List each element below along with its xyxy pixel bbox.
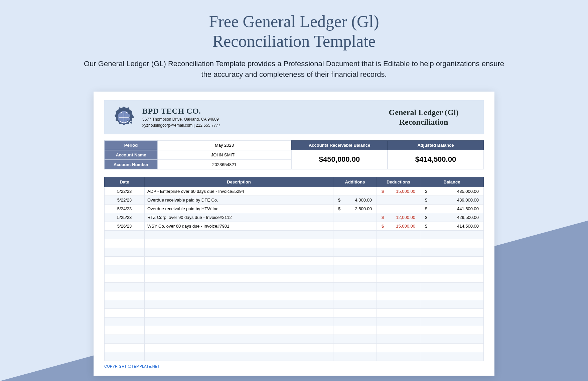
company-name: BPD TECH CO.	[142, 107, 370, 116]
header-additions: Additions	[333, 177, 377, 187]
account-number-label: Account Number	[104, 160, 158, 169]
account-number-value: 2023654821	[158, 160, 291, 169]
cell-balance: $414,500.00	[420, 222, 484, 230]
page-title-line1: Free General Ledger (Gl)	[209, 12, 379, 31]
ledger-title-line1: General Ledger (Gl)	[389, 108, 459, 117]
cell-date: 5/25/23	[105, 213, 145, 222]
table-row-empty	[105, 239, 484, 248]
cell-description: WSY Co. over 60 days due - Invoice#7901	[145, 222, 333, 230]
cell-description: Overdue receivable paid by DFE Co.	[145, 196, 333, 204]
cell-deductions: $15,000.00	[377, 187, 420, 196]
ar-balance-value: $450,000.00	[291, 150, 388, 169]
table-row-empty	[105, 282, 484, 291]
table-row-empty	[105, 308, 484, 317]
period-value: May 2023	[158, 140, 291, 150]
table-row: 5/22/23ADP - Enterprise over 60 days due…	[105, 187, 484, 196]
table-row-empty	[105, 343, 484, 352]
cell-additions	[333, 222, 377, 230]
account-name-value: JOHN SMITH	[158, 150, 291, 160]
cell-deductions	[377, 196, 420, 204]
summary-left: Period May 2023 Account Name JOHN SMITH …	[104, 140, 291, 169]
table-row-empty	[105, 291, 484, 300]
table-row-empty	[105, 317, 484, 326]
adjusted-balance-column: Adjusted Balance $414,500.00	[388, 140, 484, 169]
cell-date: 5/24/23	[105, 204, 145, 213]
page-subtitle: Our General Ledger (GL) Reconciliation T…	[80, 58, 508, 80]
cell-date: 5/22/23	[105, 187, 145, 196]
table-row: 5/22/23Overdue receivable paid by DFE Co…	[105, 196, 484, 204]
table-row: 5/24/23Overdue receivable paid by HTW In…	[105, 204, 484, 213]
page-title: Free General Ledger (Gl) Reconciliation …	[0, 0, 588, 51]
cell-description: Overdue receivable paid by HTW Inc.	[145, 204, 333, 213]
table-row-empty	[105, 265, 484, 274]
table-row-empty	[105, 256, 484, 265]
table-row: 5/25/23RTZ Corp. over 90 days due - Invo…	[105, 213, 484, 222]
header-description: Description	[145, 177, 333, 187]
company-contact: xyzhousingcorp@email.com | 222 555 7777	[142, 123, 370, 128]
cell-balance: $429,500.00	[420, 213, 484, 222]
table-row: 5/26/23WSY Co. over 60 days due - Invoic…	[105, 222, 484, 230]
cell-additions	[333, 213, 377, 222]
table-row-empty	[105, 274, 484, 282]
header-balance: Balance	[420, 177, 484, 187]
header-date: Date	[105, 177, 145, 187]
table-header-row: Date Description Additions Deductions Ba…	[105, 177, 484, 187]
period-label: Period	[104, 140, 158, 150]
ledger-body: 5/22/23ADP - Enterprise over 60 days due…	[105, 187, 484, 361]
company-info: BPD TECH CO. 3677 Thompson Drive, Oaklan…	[142, 107, 370, 128]
letterhead: BPD TECH CO. 3677 Thompson Drive, Oaklan…	[104, 100, 484, 134]
summary-section: Period May 2023 Account Name JOHN SMITH …	[104, 140, 484, 169]
table-row-empty	[105, 326, 484, 335]
cell-additions: $2,500.00	[333, 204, 377, 213]
cell-deductions	[377, 204, 420, 213]
ar-balance-column: Accounts Receivable Balance $450,000.00	[291, 140, 388, 169]
table-row-empty	[105, 300, 484, 308]
cell-balance: $439,000.00	[420, 196, 484, 204]
ar-balance-label: Accounts Receivable Balance	[291, 140, 388, 150]
company-logo-icon	[111, 104, 137, 130]
adjusted-balance-value: $414,500.00	[388, 150, 484, 169]
ledger-table: Date Description Additions Deductions Ba…	[104, 177, 484, 361]
page-title-line2: Reconciliation Template	[212, 32, 376, 50]
cell-date: 5/22/23	[105, 196, 145, 204]
table-row-empty	[105, 248, 484, 256]
ledger-title-line2: Reconciliation	[399, 118, 448, 126]
header-deductions: Deductions	[377, 177, 420, 187]
account-name-label: Account Name	[104, 150, 158, 160]
document-sheet: BPD TECH CO. 3677 Thompson Drive, Oaklan…	[94, 92, 494, 376]
cell-balance: $435,000.00	[420, 187, 484, 196]
copyright-text: COPYRIGHT @TEMPLATE.NET	[104, 364, 484, 368]
table-row-empty	[105, 335, 484, 343]
table-row-empty	[105, 230, 484, 239]
cell-additions: $4,000.00	[333, 196, 377, 204]
cell-date: 5/26/23	[105, 222, 145, 230]
cell-deductions: $15,000.00	[377, 222, 420, 230]
cell-balance: $441,500.00	[420, 204, 484, 213]
table-row-empty	[105, 352, 484, 361]
summary-right: Accounts Receivable Balance $450,000.00 …	[291, 140, 484, 169]
cell-additions	[333, 187, 377, 196]
cell-description: RTZ Corp. over 90 days due - Invoice#211…	[145, 213, 333, 222]
cell-deductions: $12,000.00	[377, 213, 420, 222]
adjusted-balance-label: Adjusted Balance	[388, 140, 484, 150]
company-address: 3677 Thompson Drive, Oakland, CA 94609	[142, 117, 370, 122]
cell-description: ADP - Enterprise over 60 days due - Invo…	[145, 187, 333, 196]
ledger-title: General Ledger (Gl) Reconciliation	[370, 108, 477, 127]
